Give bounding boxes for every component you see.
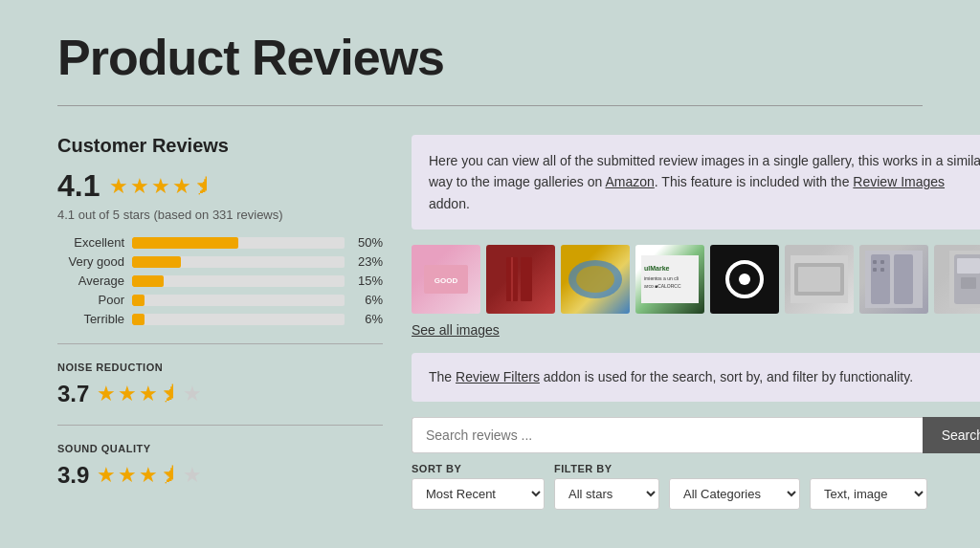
bar-label-excellent: Excellent: [57, 235, 124, 250]
filter-stars-select[interactable]: All stars 5 stars 4 stars 3 stars 2 star…: [554, 478, 659, 510]
bar-fill-very-good: [132, 256, 181, 268]
filter-info-text-2: addon is used for the search, sort by, a…: [540, 369, 913, 384]
info-text-2: . This feature is included with the: [655, 174, 854, 189]
filter-category-select[interactable]: All Categories Category 1: [669, 478, 800, 510]
sq-star-2: ★: [118, 463, 137, 488]
see-all-images-link[interactable]: See all images: [412, 322, 500, 338]
customer-reviews-title: Customer Reviews: [57, 135, 383, 157]
sub-rating-divider-2: [57, 425, 383, 426]
gallery-strip: GOOD: [412, 245, 980, 314]
bar-row-very-good: Very good 23%: [57, 254, 383, 269]
thumb-inner-6: [785, 245, 854, 314]
svg-rect-22: [873, 268, 877, 272]
nr-star-3: ★: [139, 382, 158, 406]
sub-rating-divider-1: [57, 343, 383, 344]
overall-stars: ★ ★ ★ ★ ⯨: [109, 174, 214, 199]
svg-text:ulMarke: ulMarke: [644, 265, 670, 272]
filter-type-group: Text, image Text only Image only: [810, 464, 927, 510]
svg-rect-26: [957, 258, 980, 274]
bar-track-very-good: [132, 256, 345, 268]
svg-rect-23: [880, 268, 884, 272]
nr-star-2: ★: [118, 382, 137, 406]
svg-point-13: [739, 274, 750, 285]
search-button[interactable]: Search: [923, 417, 980, 453]
sound-quality-section: SOUND QUALITY 3.9 ★ ★ ★ ⯨ ★: [57, 443, 383, 489]
thumb-inner-2: [486, 245, 555, 314]
bar-pct-very-good: 23%: [352, 254, 383, 269]
gallery-thumb-1[interactable]: GOOD: [412, 245, 480, 314]
filter-by-label: FILTER BY: [554, 463, 659, 474]
review-images-link[interactable]: Review Images: [853, 174, 945, 189]
gallery-thumb-7[interactable]: [859, 245, 928, 314]
svg-text:arco ■CALORCC: arco ■CALORCC: [644, 283, 681, 289]
sound-quality-label: SOUND QUALITY: [57, 443, 383, 454]
sound-quality-row: 3.9 ★ ★ ★ ⯨ ★: [57, 462, 383, 489]
svg-rect-27: [961, 277, 976, 289]
gallery-thumb-6[interactable]: [785, 245, 854, 314]
gallery-thumb-8[interactable]: [934, 245, 980, 314]
rating-bars: Excellent 50% Very good 23% Average 15%: [57, 235, 383, 326]
filter-type-select[interactable]: Text, image Text only Image only: [810, 478, 927, 510]
search-row: Search: [412, 417, 980, 453]
filter-row: SORT BY Most Recent Highest Rated Lowest…: [412, 463, 980, 510]
sort-by-group: SORT BY Most Recent Highest Rated Lowest…: [412, 463, 545, 510]
sound-quality-value: 3.9: [57, 462, 89, 489]
noise-reduction-row: 3.7 ★ ★ ★ ⯨ ★: [57, 381, 383, 407]
gallery-thumb-3[interactable]: [561, 245, 630, 314]
bar-row-average: Average 15%: [57, 274, 383, 288]
gallery-thumb-4[interactable]: ulMarke imientos a un cli arco ■CALORCC: [635, 245, 704, 314]
bar-row-excellent: Excellent 50%: [57, 235, 383, 250]
overall-rating-number: 4.1: [57, 168, 100, 204]
gallery-info-box: Here you can view all of the submitted r…: [412, 135, 980, 230]
noise-reduction-value: 3.7: [57, 381, 89, 407]
bar-fill-average: [132, 275, 164, 287]
star-3: ★: [151, 174, 170, 199]
gallery-thumb-5[interactable]: [710, 245, 779, 314]
filter-by-group: FILTER BY All stars 5 stars 4 stars 3 st…: [554, 463, 659, 510]
nr-star-1: ★: [97, 382, 116, 406]
bar-pct-average: 15%: [352, 274, 383, 288]
search-input[interactable]: [412, 417, 923, 453]
star-4: ★: [172, 174, 191, 199]
bar-pct-poor: 6%: [352, 293, 383, 307]
bar-track-excellent: [132, 237, 345, 249]
bar-track-terrible: [132, 314, 345, 325]
svg-text:imientos a un cli: imientos a un cli: [644, 275, 679, 281]
star-5: ⯨: [193, 174, 214, 199]
thumb-inner-3: [561, 245, 630, 314]
thumb-inner-8: [934, 245, 980, 314]
svg-point-6: [576, 266, 614, 293]
thumb-inner-5: [710, 245, 779, 314]
bar-row-poor: Poor 6%: [57, 293, 383, 307]
bar-fill-excellent: [132, 237, 238, 249]
right-panel: Here you can view all of the submitted r…: [412, 135, 980, 510]
sort-by-select[interactable]: Most Recent Highest Rated Lowest Rated: [412, 478, 545, 510]
svg-text:GOOD: GOOD: [434, 276, 458, 285]
bar-row-terrible: Terrible 6%: [57, 312, 383, 326]
svg-rect-16: [798, 267, 840, 292]
review-filters-link[interactable]: Review Filters: [456, 369, 540, 384]
bar-label-average: Average: [57, 274, 124, 288]
bar-pct-terrible: 6%: [352, 312, 383, 326]
svg-rect-19: [894, 254, 913, 304]
thumb-inner-7: [859, 245, 928, 314]
bar-fill-terrible: [132, 314, 145, 325]
sq-star-5: ★: [183, 463, 202, 488]
svg-rect-3: [521, 257, 532, 301]
bar-label-terrible: Terrible: [57, 312, 124, 326]
svg-rect-20: [873, 260, 877, 264]
rating-subtitle: 4.1 out of 5 stars (based on 331 reviews…: [57, 208, 383, 222]
star-2: ★: [130, 174, 149, 199]
page-title: Product Reviews: [57, 29, 923, 86]
left-panel: Customer Reviews 4.1 ★ ★ ★ ★ ⯨ 4.1 out o…: [57, 135, 383, 489]
gallery-thumb-2[interactable]: [486, 245, 555, 314]
filter-category-group: All Categories Category 1: [669, 464, 800, 510]
bar-track-average: [132, 275, 345, 287]
amazon-link[interactable]: Amazon: [605, 174, 654, 189]
thumb-inner-4: ulMarke imientos a un cli arco ■CALORCC: [635, 245, 704, 314]
noise-reduction-section: NOISE REDUCTION 3.7 ★ ★ ★ ⯨ ★: [57, 362, 383, 407]
thumb-inner-1: GOOD: [412, 245, 480, 314]
overall-rating-row: 4.1 ★ ★ ★ ★ ⯨: [57, 168, 383, 204]
noise-reduction-stars: ★ ★ ★ ⯨ ★: [97, 382, 202, 406]
bar-track-poor: [132, 295, 345, 306]
